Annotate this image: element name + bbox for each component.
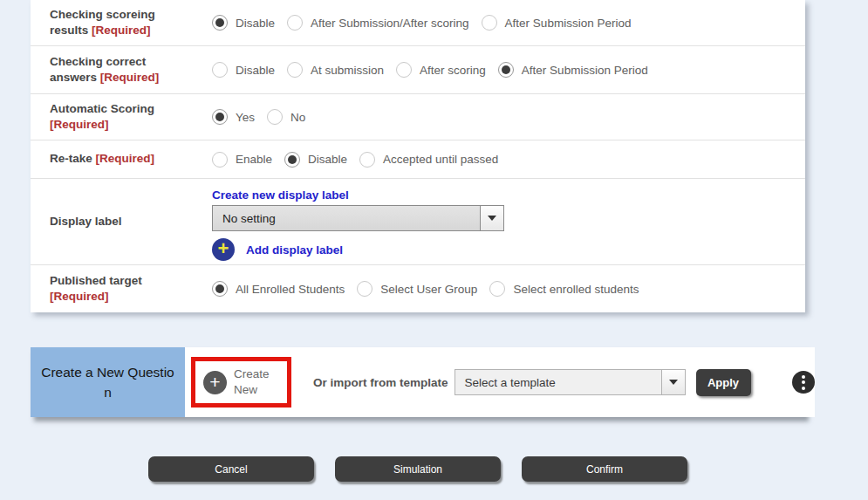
row-label: Display label — [31, 179, 212, 264]
add-display-label-button[interactable]: + Add display label — [212, 238, 805, 261]
create-question-section: Create a New Question + Create New Or im… — [31, 347, 805, 417]
radio-scoring-results-after-submission-period[interactable]: After Submission Period — [482, 15, 632, 31]
required-badge: [Required] — [96, 152, 155, 165]
create-new-button-label: Create New — [234, 366, 279, 397]
template-select-value: Select a template — [455, 370, 661, 394]
field-label: Published target — [50, 274, 142, 287]
apply-button[interactable]: Apply — [696, 369, 751, 396]
row-label: Published target [Required] — [31, 265, 212, 312]
radio-icon — [498, 62, 514, 78]
display-label-select-value: No setting — [213, 206, 480, 230]
radio-automatic-scoring-no[interactable]: No — [267, 109, 305, 125]
radio-correct-answers-at-submission[interactable]: At submission — [287, 62, 384, 78]
radio-retake-accepted-until-passed[interactable]: Accepted until passed — [359, 152, 498, 168]
radio-icon — [357, 281, 372, 297]
required-badge: [Required] — [50, 290, 109, 303]
add-display-label-text: Add display label — [246, 243, 343, 257]
required-badge: [Required] — [92, 24, 151, 37]
field-label: Automatic Scoring — [50, 102, 154, 115]
field-label: Re-take — [50, 152, 92, 165]
radio-icon — [212, 109, 228, 125]
radio-scoring-results-disable[interactable]: Disable — [212, 15, 275, 31]
row-label: Checking scoreing results [Required] — [31, 0, 212, 45]
radio-published-all-enrolled-students[interactable]: All Enrolled Students — [212, 281, 345, 297]
cancel-button[interactable]: Cancel — [148, 456, 314, 482]
field-label: Display label — [50, 214, 122, 229]
dropdown-arrow-button[interactable] — [480, 206, 503, 230]
row-label: Automatic Scoring [Required] — [31, 94, 212, 140]
radio-correct-answers-disable[interactable]: Disable — [212, 62, 275, 78]
kebab-menu-icon[interactable] — [792, 371, 815, 394]
plus-circle-icon: + — [203, 371, 227, 394]
confirm-button[interactable]: Confirm — [522, 456, 687, 482]
radio-icon — [287, 62, 303, 78]
radio-icon — [359, 152, 375, 168]
radio-retake-disable[interactable]: Disable — [284, 152, 347, 168]
required-badge: [Required] — [100, 71, 160, 84]
radio-published-select-user-group[interactable]: Select User Group — [357, 281, 477, 297]
row-automatic-scoring: Automatic Scoring [Required] Yes No — [31, 93, 805, 140]
radio-correct-answers-after-scoring[interactable]: After scoring — [396, 62, 486, 78]
radio-scoring-results-after-submission-after-scoring[interactable]: After Submission/After scoring — [287, 15, 469, 31]
create-new-display-label-link[interactable]: Create new display label — [212, 188, 349, 202]
radio-icon — [212, 15, 228, 31]
radio-icon — [212, 152, 228, 168]
radio-icon — [396, 62, 412, 78]
radio-icon — [212, 62, 228, 78]
row-display-label: Display label Create new display label N… — [31, 178, 805, 264]
row-checking-correct-answers: Checking correct answers [Required] Disa… — [31, 45, 805, 93]
radio-automatic-scoring-yes[interactable]: Yes — [212, 109, 255, 125]
dropdown-arrow-button[interactable] — [661, 370, 685, 394]
template-select[interactable]: Select a template — [455, 369, 686, 395]
radio-correct-answers-after-submission-period[interactable]: After Submission Period — [498, 62, 648, 78]
radio-icon — [267, 109, 283, 125]
row-retake: Re-take [Required] Enable Disable Accept… — [31, 140, 805, 178]
plus-icon: + — [212, 238, 235, 261]
create-new-button[interactable]: + Create New — [203, 366, 279, 397]
create-question-section-title: Create a New Question — [31, 347, 185, 417]
radio-icon — [212, 281, 228, 297]
annotation-highlight-box: + Create New — [191, 357, 291, 407]
simulation-button[interactable]: Simulation — [335, 456, 501, 482]
row-label: Checking correct answers [Required] — [31, 46, 212, 93]
chevron-down-icon — [488, 216, 496, 221]
row-published-target: Published target [Required] All Enrolled… — [31, 264, 805, 312]
display-label-select[interactable]: No setting — [212, 205, 504, 231]
required-badge: [Required] — [50, 118, 109, 131]
radio-icon — [489, 281, 505, 297]
or-import-from-template-label: Or import from template — [313, 376, 448, 389]
row-checking-scoring-results: Checking scoreing results [Required] Dis… — [31, 0, 805, 45]
radio-retake-enable[interactable]: Enable — [212, 152, 272, 168]
chevron-down-icon — [669, 380, 678, 385]
radio-icon — [482, 15, 497, 31]
row-label: Re-take [Required] — [31, 140, 212, 178]
quiz-settings-panel: Checking scoreing results [Required] Dis… — [31, 0, 805, 312]
radio-published-select-enrolled-students[interactable]: Select enrolled students — [489, 281, 639, 297]
radio-icon — [287, 15, 303, 31]
radio-icon — [284, 152, 300, 168]
